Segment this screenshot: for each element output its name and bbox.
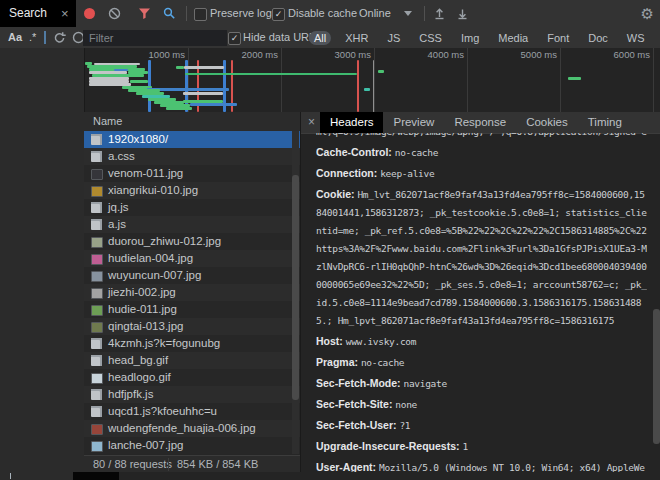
close-details-icon[interactable]: × (308, 112, 315, 133)
regex-button[interactable]: .* (29, 27, 36, 48)
preserve-log-label[interactable]: Preserve log (210, 0, 272, 27)
network-request-row[interactable]: uqcd1.js?kfoeuhhc=u (84, 403, 300, 420)
file-icon (91, 219, 102, 230)
match-case-button[interactable]: Aa (8, 27, 22, 48)
tab-headers[interactable]: Headers (320, 112, 383, 133)
image-thumbnail-icon (91, 271, 103, 282)
filter-pill-all[interactable]: All (309, 31, 331, 45)
chevron-down-icon[interactable] (404, 11, 412, 16)
scrollbar-thumb[interactable] (292, 175, 299, 400)
search-drawer-tab[interactable]: Search × (0, 0, 76, 27)
header-value: none (395, 399, 417, 410)
network-request-row[interactable]: jiezhi-002.jpg (84, 284, 300, 301)
filter-pill-font[interactable]: Font (542, 31, 574, 45)
network-request-row[interactable]: wudengfende_huajia-006.jpg (84, 420, 300, 437)
request-name: venom-011.jpg (108, 165, 183, 182)
disable-cache-checkbox[interactable]: ✓ (272, 8, 285, 21)
network-request-row[interactable]: duorou_zhiwu-012.jpg (84, 233, 300, 250)
filter-pill-media[interactable]: Media (493, 31, 533, 45)
disable-cache-label[interactable]: Disable cache (288, 0, 357, 27)
gear-icon[interactable]: ⚙ (641, 5, 654, 23)
filter-bar: Aa .* ✓ Hide data URLs AllXHRJSCSSImgMed… (0, 27, 660, 49)
request-name: head_bg.gif (108, 352, 168, 369)
network-request-row[interactable]: hudielan-004.jpg (84, 250, 300, 267)
filter-pill-js[interactable]: JS (382, 31, 405, 45)
tab-cookies[interactable]: Cookies (516, 112, 578, 133)
close-icon[interactable]: × (61, 0, 69, 27)
header-value: navigate (404, 378, 447, 389)
tab-timing[interactable]: Timing (578, 112, 632, 133)
filter-pill-ws[interactable]: WS (622, 31, 650, 45)
search-input-row[interactable] (0, 472, 660, 480)
waterfall-bar (364, 88, 370, 91)
filter-pill-doc[interactable]: Doc (583, 31, 613, 45)
requests-table: Name 1920x1080/a.cssvenom-011.jpgxiangri… (84, 112, 300, 480)
search-icon[interactable] (163, 7, 176, 20)
tab-response[interactable]: Response (444, 112, 516, 133)
filter-pill-img[interactable]: Img (456, 31, 484, 45)
network-request-row[interactable]: lanche-007.jpg (84, 437, 300, 454)
network-request-row[interactable]: venom-011.jpg (84, 165, 300, 182)
preserve-log-checkbox[interactable] (194, 8, 207, 21)
import-har-icon[interactable] (433, 7, 446, 20)
name-column-header[interactable]: Name (84, 112, 300, 132)
request-header: Sec-Fetch-Site: none (316, 395, 647, 413)
request-header-partial: ml;q=0.9,image/webp,image/apng,*/*;q=0.8… (316, 133, 647, 140)
hide-data-urls-checkbox[interactable]: ✓ (228, 32, 241, 45)
network-request-row[interactable]: headlogo.gif (84, 369, 300, 386)
request-name: hudie-011.jpg (108, 301, 177, 318)
timeline-gridline (374, 48, 375, 112)
request-name: hdfjpfk.js (108, 386, 153, 403)
network-request-row[interactable]: wuyuncun-007.jpg (84, 267, 300, 284)
timeline-gridline (560, 48, 561, 112)
network-request-row[interactable]: xiangrikui-010.jpg (84, 182, 300, 199)
details-scrollbar-thumb[interactable] (653, 309, 660, 444)
requests-scrollbar[interactable] (292, 131, 299, 454)
network-request-row[interactable]: 4kzmh.js?k=fogunubg (84, 335, 300, 352)
image-thumbnail-icon (91, 441, 103, 452)
clear-icon[interactable] (108, 7, 121, 20)
refresh-icon[interactable] (53, 31, 66, 44)
timeline-gridline (281, 48, 282, 112)
throttling-select[interactable]: Online (359, 0, 391, 27)
network-request-row[interactable]: head_bg.gif (84, 352, 300, 369)
filter-pill-xhr[interactable]: XHR (340, 31, 373, 45)
network-request-row[interactable]: a.css (84, 148, 300, 165)
header-name: Sec-Fetch-User: (316, 419, 399, 431)
request-name: uqcd1.js?kfoeuhhc=u (108, 403, 217, 420)
image-thumbnail-icon (91, 254, 103, 265)
waterfall-bar (568, 77, 581, 80)
network-request-row[interactable]: 1920x1080/ (84, 131, 300, 148)
network-request-row[interactable]: hdfjpfk.js (84, 386, 300, 403)
record-button[interactable] (84, 8, 95, 19)
search-input-selection[interactable] (73, 472, 119, 480)
header-name: Host: (316, 335, 346, 347)
request-details-panel: × HeadersPreviewResponseCookiesTiming ml… (300, 112, 660, 480)
network-request-row[interactable]: jq.js (84, 199, 300, 216)
check-icon: ✓ (275, 9, 283, 19)
header-value: no-cache (361, 357, 404, 368)
image-thumbnail-icon (91, 186, 103, 197)
event-marker-line (357, 60, 359, 112)
filter-input[interactable] (83, 30, 227, 46)
timeline-tick-label: 3000 ms (335, 49, 371, 60)
check-icon: ✓ (231, 33, 239, 43)
export-har-icon[interactable] (456, 7, 469, 20)
waterfall-bar (378, 70, 384, 73)
network-request-row[interactable]: qingtai-013.jpg (84, 318, 300, 335)
request-name: wuyuncun-007.jpg (108, 267, 201, 284)
waterfall-bar (183, 92, 223, 95)
toolbar-divider (186, 6, 187, 21)
network-request-row[interactable]: hudie-011.jpg (84, 301, 300, 318)
network-request-row[interactable]: a.js (84, 216, 300, 233)
file-icon (91, 338, 102, 349)
request-name: 1920x1080/ (108, 131, 168, 148)
image-thumbnail-icon (91, 169, 103, 180)
tab-preview[interactable]: Preview (383, 112, 444, 133)
header-value: ?1 (399, 420, 410, 431)
header-value: no-cache (395, 147, 438, 158)
status-divider (168, 458, 169, 471)
network-overview-timeline[interactable]: 1000 ms2000 ms3000 ms4000 ms5000 ms6000 … (84, 48, 660, 113)
filter-icon[interactable] (138, 7, 151, 20)
filter-pill-css[interactable]: CSS (414, 31, 447, 45)
